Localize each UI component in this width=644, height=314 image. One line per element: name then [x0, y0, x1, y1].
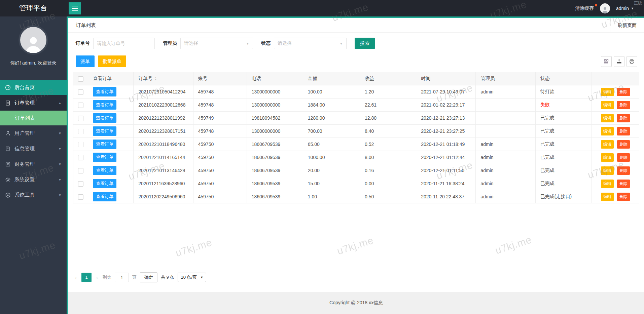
- clear-cache-button[interactable]: 清除缓存: [575, 5, 594, 11]
- next-page-button[interactable]: ›: [95, 275, 99, 280]
- sidebar-item-orders[interactable]: 订单管理 ▲: [0, 95, 67, 111]
- print-button[interactable]: [627, 56, 637, 67]
- cell-order-no: 202107291050412294: [134, 85, 193, 99]
- view-order-button[interactable]: 查看订单: [93, 179, 116, 188]
- edit-button[interactable]: 编辑: [601, 127, 614, 135]
- order-no-input[interactable]: [93, 38, 155, 49]
- prev-page-button[interactable]: ‹: [74, 275, 78, 280]
- cell-time: 2020-12-21 01:12:44: [416, 151, 476, 164]
- delete-button[interactable]: 删除: [617, 127, 630, 135]
- chevron-down-icon: ▼: [246, 42, 249, 45]
- delete-button[interactable]: 删除: [617, 101, 630, 109]
- view-order-button[interactable]: 查看订单: [93, 126, 116, 136]
- view-order-button[interactable]: 查看订单: [93, 87, 116, 96]
- edit-button[interactable]: 编辑: [601, 140, 614, 149]
- avatar[interactable]: [600, 3, 610, 13]
- hamburger-menu-button[interactable]: [69, 2, 81, 14]
- sidebar-item-order-list[interactable]: 订单列表: [0, 111, 67, 125]
- cell-phone: 19818094582: [247, 112, 303, 125]
- status-select[interactable]: 请选择 ▼: [274, 38, 347, 49]
- sidebar-item-info[interactable]: 信息管理 ▼: [0, 141, 67, 156]
- row-checkbox[interactable]: [78, 194, 83, 200]
- view-order-button[interactable]: 查看订单: [93, 166, 116, 175]
- cell-order-no: 202012210114165144: [134, 151, 193, 164]
- confirm-button[interactable]: 确定: [140, 272, 157, 282]
- page-number-button[interactable]: 1: [81, 273, 92, 282]
- cell-order-no: 202101022230012668: [134, 99, 193, 112]
- edit-button[interactable]: 编辑: [601, 180, 614, 188]
- cell-amount: 20.00: [303, 164, 360, 177]
- delete-button[interactable]: 删除: [617, 153, 630, 162]
- view-order-button[interactable]: 查看订单: [93, 140, 116, 149]
- view-order-button[interactable]: 查看订单: [93, 153, 116, 162]
- dispatch-button[interactable]: 派单: [76, 55, 95, 67]
- edit-button[interactable]: 编辑: [601, 193, 614, 201]
- edit-button[interactable]: 编辑: [601, 88, 614, 96]
- row-checkbox[interactable]: [78, 89, 83, 95]
- row-checkbox[interactable]: [78, 155, 83, 160]
- goto-page-input[interactable]: [115, 273, 129, 282]
- cell-order-no: 202012210113146428: [134, 164, 193, 177]
- select-all-checkbox[interactable]: [78, 76, 83, 82]
- admin-select[interactable]: 请选择 ▼: [180, 38, 253, 49]
- delete-button[interactable]: 删除: [617, 114, 630, 122]
- cell-admin: admin: [476, 164, 535, 177]
- cell-profit: 12.80: [360, 112, 416, 125]
- cell-actions: 编辑 删除: [592, 190, 639, 203]
- cell-actions: 编辑 删除: [592, 177, 639, 190]
- cell-actions: 编辑 删除: [592, 85, 639, 99]
- cell-time: 2021-01-02 22:29:17: [416, 99, 476, 112]
- cell-amount: 1884.00: [303, 99, 360, 112]
- page-header: 订单列表 刷新页面: [68, 18, 644, 33]
- sort-icon[interactable]: ▲▼: [154, 77, 157, 81]
- header-view: 查看订单: [88, 72, 134, 85]
- row-checkbox[interactable]: [78, 116, 83, 121]
- sidebar-item-settings[interactable]: 系统设置 ▼: [0, 172, 67, 187]
- admin-dropdown[interactable]: admin▼: [616, 6, 634, 11]
- sidebar-item-home[interactable]: 后台首页: [0, 80, 67, 95]
- dashboard-icon: [5, 85, 11, 90]
- search-button[interactable]: 搜索: [355, 38, 375, 49]
- status-badge: 已完成: [535, 164, 592, 177]
- view-order-button[interactable]: 查看订单: [93, 192, 116, 201]
- row-checkbox[interactable]: [78, 168, 83, 173]
- view-order-button[interactable]: 查看订单: [93, 100, 116, 110]
- page-size-select[interactable]: 10 条/页 ▼: [178, 273, 206, 282]
- sidebar-item-users[interactable]: 用户管理 ▼: [0, 125, 67, 141]
- refresh-page-button[interactable]: 刷新页面: [610, 18, 644, 33]
- footer: Copyright @ 2018 xx信息: [68, 292, 644, 314]
- table-row: 查看订单 202101022230012668 459748 130000000…: [73, 99, 639, 112]
- delete-button[interactable]: 删除: [617, 88, 630, 96]
- delete-button[interactable]: 删除: [617, 140, 630, 149]
- cell-time: 2020-12-21 01:18:49: [416, 138, 476, 151]
- cell-account: 459750: [193, 190, 247, 203]
- copyright-text: Copyright @ 2018 xx信息: [329, 300, 383, 306]
- sidebar-item-finance[interactable]: 财务管理 ▼: [0, 156, 67, 172]
- view-order-button[interactable]: 查看订单: [93, 113, 116, 123]
- cell-admin: [476, 125, 535, 138]
- export-button[interactable]: [614, 56, 624, 67]
- row-checkbox[interactable]: [78, 142, 83, 147]
- cell-amount: 1.00: [303, 190, 360, 203]
- chevron-up-icon: ▲: [58, 101, 62, 105]
- cell-profit: 1.20: [360, 85, 416, 99]
- chevron-down-icon: ▼: [58, 193, 62, 197]
- row-checkbox[interactable]: [78, 129, 83, 134]
- cell-account: 459748: [193, 125, 247, 138]
- edit-button[interactable]: 编辑: [601, 101, 614, 109]
- edit-button[interactable]: 编辑: [601, 166, 614, 175]
- row-checkbox[interactable]: [78, 103, 83, 108]
- batch-dispatch-button[interactable]: 批量派单: [98, 55, 126, 67]
- sidebar-item-tools[interactable]: 系统工具 ▼: [0, 187, 67, 203]
- cell-amount: 1280.00: [303, 112, 360, 125]
- cell-time: 2020-11-20 22:48:37: [416, 190, 476, 203]
- order-no-label: 订单号: [76, 40, 90, 46]
- delete-button[interactable]: 删除: [617, 193, 630, 201]
- edit-button[interactable]: 编辑: [601, 153, 614, 162]
- delete-button[interactable]: 删除: [617, 166, 630, 175]
- row-checkbox[interactable]: [78, 181, 83, 187]
- columns-toggle-button[interactable]: [601, 56, 612, 67]
- cell-admin: admin: [476, 190, 535, 203]
- edit-button[interactable]: 编辑: [601, 114, 614, 122]
- delete-button[interactable]: 删除: [617, 180, 630, 188]
